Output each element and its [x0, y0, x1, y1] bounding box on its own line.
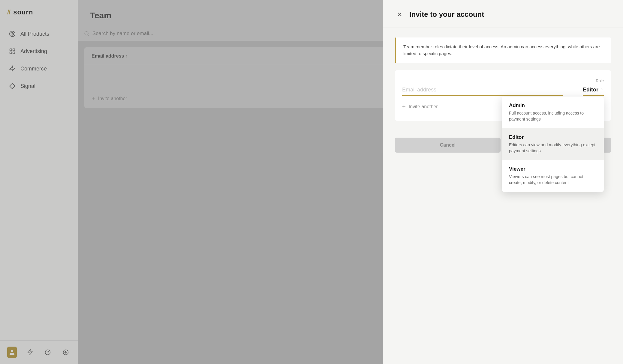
admin-title: Admin [509, 103, 597, 109]
dropdown-item-editor[interactable]: Editor Editors can view and modify every… [502, 128, 604, 160]
panel-body: Team member roles dictate their level of… [383, 28, 623, 130]
viewer-desc: Viewers can see most pages but cannot cr… [509, 174, 597, 186]
panel-header: Invite to your account [383, 0, 623, 28]
dropdown-item-viewer[interactable]: Viewer Viewers can see most pages but ca… [502, 160, 604, 192]
email-input[interactable] [402, 84, 563, 96]
viewer-title: Viewer [509, 166, 597, 172]
admin-desc: Full account access, including access to… [509, 110, 597, 122]
email-field [402, 84, 563, 96]
plus-icon: + [402, 103, 406, 110]
chevron-up-icon: ⌃ [600, 88, 604, 92]
role-selector[interactable]: Editor ⌃ [583, 84, 604, 96]
editor-title: Editor [509, 134, 597, 140]
role-dropdown: Admin Full account access, including acc… [502, 97, 604, 192]
panel-overlay: Invite to your account Team member roles… [0, 0, 623, 364]
close-button[interactable] [395, 10, 405, 19]
role-field: Role Editor ⌃ [568, 79, 604, 96]
panel-title: Invite to your account [409, 10, 484, 19]
invite-form: Role Editor ⌃ Admin Full account access,… [395, 70, 611, 121]
role-value: Editor [583, 87, 598, 93]
invite-panel: Invite to your account Team member roles… [383, 0, 623, 364]
editor-desc: Editors can view and modify everything e… [509, 142, 597, 154]
form-row: Role Editor ⌃ Admin Full account access,… [402, 79, 604, 96]
info-message: Team member roles dictate their level of… [395, 37, 611, 63]
dropdown-item-admin[interactable]: Admin Full account access, including acc… [502, 97, 604, 128]
cancel-button[interactable]: Cancel [395, 138, 501, 153]
role-label: Role [596, 79, 604, 83]
